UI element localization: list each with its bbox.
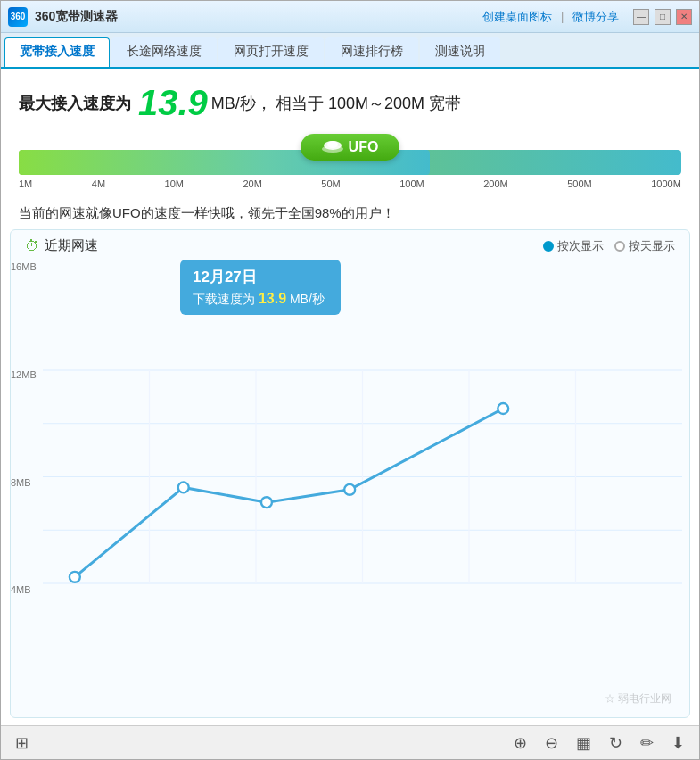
chart-svg (43, 258, 682, 696)
tick-1000m: 1000M (651, 178, 681, 189)
tab-ranking[interactable]: 网速排行榜 (325, 37, 418, 67)
chart-controls: 按次显示 按天显示 (543, 238, 675, 254)
ufo-button[interactable]: UFO (301, 134, 400, 161)
ufo-btn-wrap: UFO (19, 134, 681, 161)
main-content: 最大接入速度为 13.9 MB/秒， 相当于 100M～200M 宽带 UFO (1, 69, 699, 725)
y-axis: 16MB 12MB 8MB 4MB (11, 258, 43, 696)
chart-area: 16MB 12MB 8MB 4MB (11, 258, 689, 717)
tab-bar: 宽带接入速度 长途网络速度 网页打开速度 网速排行榜 测速说明 (1, 33, 699, 69)
bottom-toolbar: ⊞ ⊕ ⊖ ▦ ↻ ✏ ⬇ (1, 725, 699, 759)
toolbar-grid2-icon[interactable]: ▦ (576, 733, 591, 753)
tooltip-date: 12月27日 (193, 267, 328, 287)
tooltip-speed-label: 下载速度为 (193, 292, 255, 306)
toolbar-grid-icon[interactable]: ⊞ (15, 733, 29, 753)
toolbar-zoom-out-icon[interactable]: ⊖ (545, 733, 558, 753)
tab-webpage[interactable]: 网页打开速度 (218, 37, 324, 67)
speed-unit: MB/秒， (211, 93, 272, 114)
tab-broadband[interactable]: 宽带接入速度 (4, 37, 110, 67)
tick-200m: 200M (483, 178, 508, 189)
chart-line (75, 409, 503, 577)
title-links: 创建桌面图标 | 微博分享 (482, 9, 619, 25)
data-point-2 (178, 482, 189, 492)
y-4mb: 4MB (11, 584, 43, 595)
tick-50m: 50M (321, 178, 340, 189)
progress-section: UFO 1M 4M 10M 20M 50M 100M 200M 500M 100… (1, 130, 699, 196)
by-day-label: 按天显示 (629, 238, 675, 254)
chart-tooltip: 12月27日 下载速度为 13.9 MB/秒 (180, 260, 341, 315)
by-times-radio[interactable]: 按次显示 (543, 238, 604, 254)
by-times-label: 按次显示 (557, 238, 604, 254)
speed-equiv: 相当于 100M～200M 宽带 (276, 93, 461, 114)
speed-prefix: 最大接入速度为 (19, 93, 131, 114)
chart-header: ⏱ 近期网速 按次显示 按天显示 (11, 230, 689, 258)
tooltip-speed-value: 13.9 (259, 291, 286, 306)
y-12mb: 12MB (11, 369, 43, 380)
main-window: 360 360宽带测速器 创建桌面图标 | 微博分享 — □ ✕ 宽带接入速度 … (0, 0, 700, 760)
weibo-share-link[interactable]: 微博分享 (572, 10, 619, 23)
app-logo: 360 (8, 7, 28, 27)
chart-title-text: 近期网速 (45, 237, 98, 254)
data-point-5 (498, 403, 508, 414)
minimize-button[interactable]: — (633, 9, 649, 25)
by-times-radio-indicator (543, 241, 554, 252)
ufo-label: UFO (349, 139, 379, 155)
tick-4m: 4M (92, 178, 105, 189)
create-desktop-link[interactable]: 创建桌面图标 (482, 10, 552, 23)
tooltip-speed-unit: MB/秒 (290, 292, 325, 306)
maximize-button[interactable]: □ (655, 9, 671, 25)
by-day-radio[interactable]: 按天显示 (614, 238, 675, 254)
tick-100m: 100M (399, 178, 424, 189)
ufo-svg-icon (322, 140, 343, 154)
toolbar-zoom-in-icon[interactable]: ⊕ (514, 733, 527, 753)
data-point-3 (261, 497, 272, 508)
by-day-radio-indicator (614, 241, 625, 252)
chart-title: ⏱ 近期网速 (25, 237, 98, 254)
chart-section: ⏱ 近期网速 按次显示 按天显示 16MB (10, 229, 690, 718)
tick-10m: 10M (165, 178, 184, 189)
data-point-1 (70, 572, 80, 582)
speed-result: 最大接入速度为 13.9 MB/秒， 相当于 100M～200M 宽带 (1, 69, 699, 130)
close-button[interactable]: ✕ (676, 9, 692, 25)
speed-value: 13.9 (138, 83, 208, 123)
watermark: ☆ 弱电行业网 (605, 691, 671, 706)
toolbar-edit-icon[interactable]: ✏ (640, 733, 654, 753)
toolbar-download-icon[interactable]: ⬇ (671, 733, 685, 753)
tab-about[interactable]: 测速说明 (420, 37, 500, 67)
data-point-4 (344, 484, 355, 495)
description-text: 当前的网速就像UFO的速度一样快哦，领先于全国98%的用户！ (1, 196, 699, 229)
title-bar: 360 360宽带测速器 创建桌面图标 | 微博分享 — □ ✕ (1, 1, 699, 33)
y-8mb: 8MB (11, 477, 43, 488)
tick-500m: 500M (567, 178, 592, 189)
clock-icon: ⏱ (25, 238, 39, 254)
svg-point-2 (322, 145, 343, 153)
toolbar-refresh-icon[interactable]: ↻ (609, 733, 622, 753)
window-controls: — □ ✕ (633, 9, 692, 25)
tick-1m: 1M (19, 178, 32, 189)
tick-20m: 20M (243, 178, 261, 189)
y-16mb: 16MB (11, 261, 43, 272)
tab-longdist[interactable]: 长途网络速度 (111, 37, 217, 67)
link-separator: | (561, 10, 564, 23)
watermark-text: 弱电行业网 (618, 692, 671, 705)
progress-ticks: 1M 4M 10M 20M 50M 100M 200M 500M 1000M (19, 178, 681, 189)
app-title: 360宽带测速器 (35, 9, 482, 25)
tooltip-speed: 下载速度为 13.9 MB/秒 (193, 291, 328, 308)
